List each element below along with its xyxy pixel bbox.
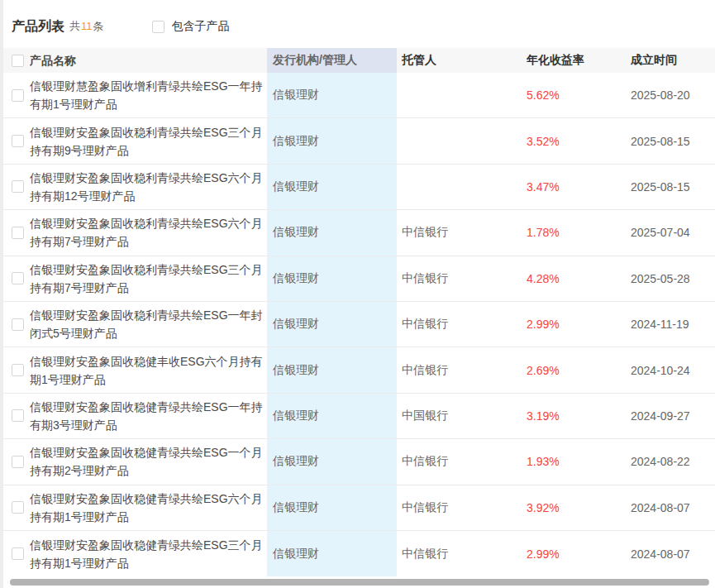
row-checkbox-cell [3, 318, 30, 331]
column-header-custodian: 托管人 [397, 53, 527, 68]
product-name-text: 信银理财安盈象固收稳利青绿共绘ESG三个月持有期9号理财产品 [30, 126, 263, 157]
row-checkbox-cell [3, 180, 30, 193]
issuer-cell: 信银理财 [267, 73, 397, 117]
table-row: 信银理财安盈象固收稳健青绿共绘ESG六个月持有期1号理财产品 信银理财 中信银行… [3, 485, 715, 531]
product-list-page: 产品列表 共11条 包含子产品 产品名称 发行机构/管理人 托管人 年化收益率 … [3, 0, 715, 588]
rate-cell: 3.52% [527, 135, 631, 148]
issuer-text: 信银理财 [273, 271, 319, 286]
rate-cell: 5.62% [527, 88, 631, 102]
issuer-cell: 信银理财 [267, 439, 397, 484]
table-row: 信银理财安盈象固收稳健青绿共绘ESG三个月持有期1号理财产品 信银理财 中信银行… [3, 531, 715, 576]
rate-cell: 3.92% [527, 501, 631, 514]
product-name[interactable]: 信银理财安盈象固收稳利青绿共绘ESG三个月持有期9号理财产品 [30, 123, 267, 160]
column-header-name: 产品名称 [30, 51, 267, 69]
row-checkbox[interactable] [12, 318, 24, 331]
custodian-cell: 中信银行 [397, 317, 527, 332]
row-checkbox[interactable] [12, 409, 24, 422]
product-name[interactable]: 信银理财慧盈象固收增利青绿共绘ESG一年持有期1号理财产品 [30, 77, 267, 113]
horizontal-scrollbar-thumb[interactable] [10, 579, 709, 586]
horizontal-scrollbar[interactable] [3, 578, 715, 586]
product-name-text: 信银理财安盈象固收稳健青绿共绘ESG一个月持有期2号理财产品 [30, 446, 263, 477]
product-name-text: 信银理财安盈象固收稳利青绿共绘ESG三个月持有期7号理财产品 [30, 263, 263, 294]
issuer-text: 信银理财 [273, 500, 319, 515]
rate-cell: 1.78% [527, 226, 631, 239]
row-checkbox[interactable] [12, 89, 24, 102]
date-cell: 2024-11-19 [631, 318, 715, 331]
product-name[interactable]: 信银理财安盈象固收稳健青绿共绘ESG六个月持有期1号理财产品 [30, 490, 267, 526]
product-table: 产品名称 发行机构/管理人 托管人 年化收益率 成立时间 信银理财慧盈象固收增利… [3, 48, 715, 576]
issuer-cell: 信银理财 [267, 256, 397, 301]
count-number: 11 [80, 20, 93, 32]
product-name[interactable]: 信银理财安盈象固收稳健丰收ESG六个月持有期1号理财产品 [30, 352, 267, 389]
product-name[interactable]: 信银理财安盈象固收稳健青绿共绘ESG一个月持有期2号理财产品 [30, 443, 267, 480]
row-checkbox-cell [3, 456, 30, 468]
row-checkbox[interactable] [12, 272, 24, 284]
product-name[interactable]: 信银理财安盈象固收稳利青绿共绘ESG六个月持有期7号理财产品 [30, 214, 267, 251]
product-name[interactable]: 信银理财安盈象固收稳利青绿共绘ESG六个月持有期12号理财产品 [30, 169, 267, 205]
date-cell: 2025-05-28 [631, 272, 715, 285]
issuer-text: 信银理财 [273, 363, 319, 378]
product-name-text: 信银理财安盈象固收稳利青绿共绘ESG一年封闭式5号理财产品 [30, 308, 263, 340]
custodian-cell: 中国银行 [397, 409, 527, 423]
date-cell: 2024-08-07 [631, 501, 715, 514]
custodian-cell: 中信银行 [397, 225, 527, 240]
custodian-cell: 中信银行 [397, 547, 527, 562]
date-cell: 2024-10-24 [631, 364, 715, 377]
table-row: 信银理财安盈象固收稳健丰收ESG六个月持有期1号理财产品 信银理财 中信银行 2… [3, 347, 715, 393]
product-name-text: 信银理财安盈象固收稳健青绿共绘ESG六个月持有期1号理财产品 [30, 492, 263, 523]
column-header-issuer: 发行机构/管理人 [267, 48, 397, 73]
row-checkbox[interactable] [12, 547, 24, 560]
issuer-cell: 信银理财 [267, 394, 397, 438]
row-checkbox-cell [3, 547, 30, 560]
issuer-cell: 信银理财 [267, 531, 397, 576]
issuer-text: 信银理财 [273, 134, 319, 149]
issuer-cell: 信银理财 [267, 347, 397, 392]
product-name[interactable]: 信银理财安盈象固收稳利青绿共绘ESG一年封闭式5号理财产品 [30, 306, 267, 342]
product-name-text: 信银理财安盈象固收稳利青绿共绘ESG六个月持有期12号理财产品 [30, 171, 263, 203]
table-row: 信银理财安盈象固收稳利青绿共绘ESG三个月持有期9号理财产品 信银理财 3.52… [3, 118, 715, 164]
product-name-text: 信银理财安盈象固收稳健青绿共绘ESG一年持有期3号理财产品 [30, 400, 263, 432]
product-name-text: 信银理财安盈象固收稳利青绿共绘ESG六个月持有期7号理财产品 [30, 217, 263, 248]
issuer-cell: 信银理财 [267, 165, 397, 209]
issuer-text: 信银理财 [273, 409, 319, 423]
select-all-checkbox[interactable] [12, 55, 24, 67]
row-checkbox[interactable] [12, 135, 24, 147]
page-title: 产品列表 [12, 18, 64, 36]
row-checkbox[interactable] [12, 456, 24, 468]
issuer-cell: 信银理财 [267, 302, 397, 347]
row-checkbox-cell [3, 272, 30, 284]
rate-cell: 2.99% [527, 547, 631, 561]
issuer-text: 信银理财 [273, 317, 319, 332]
product-name[interactable]: 信银理财安盈象固收稳健青绿共绘ESG三个月持有期1号理财产品 [30, 536, 267, 572]
row-checkbox[interactable] [12, 501, 24, 514]
table-row: 信银理财安盈象固收稳利青绿共绘ESG六个月持有期12号理财产品 信银理财 3.4… [3, 165, 715, 210]
date-cell: 2025-07-04 [631, 226, 715, 239]
issuer-cell: 信银理财 [267, 118, 397, 163]
include-sub-products-checkbox[interactable] [152, 21, 164, 33]
product-name[interactable]: 信银理财安盈象固收稳利青绿共绘ESG三个月持有期7号理财产品 [30, 261, 267, 297]
table-row: 信银理财安盈象固收稳利青绿共绘ESG一年封闭式5号理财产品 信银理财 中信银行 … [3, 302, 715, 347]
include-sub-products-toggle[interactable]: 包含子产品 [152, 19, 230, 34]
row-checkbox-cell [3, 409, 30, 422]
row-checkbox-cell [3, 135, 30, 147]
issuer-text: 信银理财 [273, 547, 319, 562]
product-name[interactable]: 信银理财安盈象固收稳健青绿共绘ESG一年持有期3号理财产品 [30, 398, 267, 434]
custodian-cell: 中信银行 [397, 454, 527, 469]
table-body: 信银理财慧盈象固收增利青绿共绘ESG一年持有期1号理财产品 信银理财 5.62%… [3, 73, 715, 576]
rate-cell: 3.47% [527, 180, 631, 194]
row-checkbox[interactable] [12, 180, 24, 193]
date-cell: 2024-08-22 [631, 455, 715, 468]
row-checkbox-cell [3, 227, 30, 239]
issuer-text: 信银理财 [273, 88, 319, 103]
row-checkbox[interactable] [12, 227, 24, 239]
rate-cell: 4.28% [527, 272, 631, 285]
date-cell: 2025-08-15 [631, 135, 715, 148]
product-name-text: 信银理财安盈象固收稳健丰收ESG六个月持有期1号理财产品 [30, 355, 263, 386]
row-checkbox[interactable] [12, 364, 24, 376]
row-checkbox-cell [3, 501, 30, 514]
date-cell: 2025-08-15 [631, 180, 715, 194]
list-header: 产品列表 共11条 包含子产品 [3, 0, 715, 48]
date-cell: 2024-09-27 [631, 409, 715, 423]
column-header-rate: 年化收益率 [527, 53, 631, 68]
total-count: 共11条 [69, 19, 104, 34]
